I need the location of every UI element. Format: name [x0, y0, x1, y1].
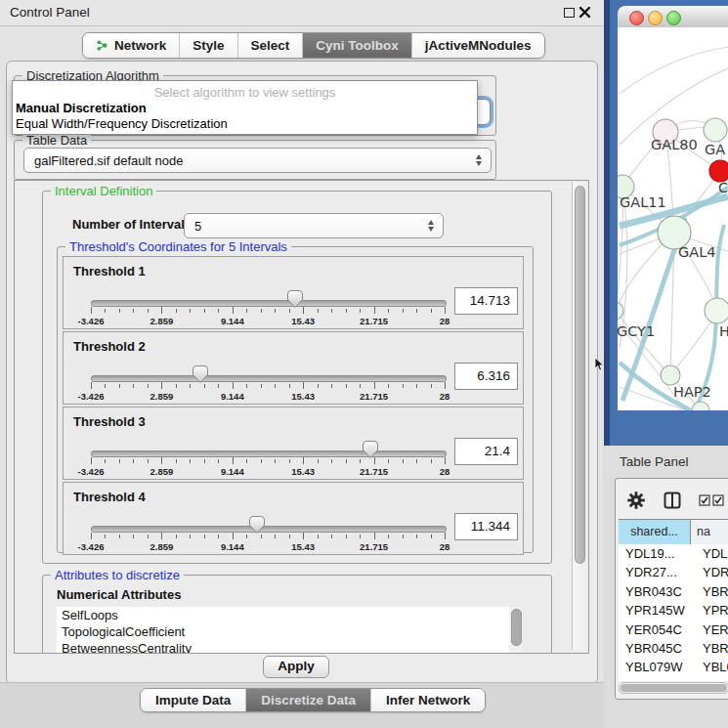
slider-thumb[interactable] — [248, 515, 266, 535]
cell-shared-name: YER054C — [619, 621, 697, 639]
threshold-value-field[interactable]: 14.713 — [454, 287, 518, 315]
table-panel-title: Table Panel — [620, 454, 689, 469]
number-of-intervals-value: 5 — [194, 219, 201, 234]
algorithm-option[interactable]: Manual Discretization — [13, 101, 477, 115]
tab-infer-network[interactable]: Infer Network — [370, 689, 485, 711]
threshold-value-field[interactable]: 6.316 — [454, 363, 518, 390]
threshold-value-field[interactable]: 11.344 — [454, 513, 518, 540]
tab-select[interactable]: Select — [237, 33, 303, 58]
float-window-icon[interactable] — [564, 8, 575, 18]
slider-tick — [105, 384, 106, 388]
tab-jactivemnodules[interactable]: jActiveMNodules — [411, 33, 544, 58]
slider-thumb[interactable] — [286, 289, 304, 309]
control-panel-titlebar: Control Panel — [0, 0, 604, 26]
network-window-titlebar — [618, 6, 728, 28]
network-node[interactable] — [709, 160, 728, 182]
slider-track[interactable] — [91, 375, 447, 382]
threshold-row-2: Threshold 2-3.4262.8599.14415.4321.71528… — [63, 331, 524, 405]
slider-tick — [431, 535, 432, 538]
tick-label: 28 — [422, 541, 467, 552]
close-icon[interactable] — [578, 6, 591, 19]
table-hscrollbar-thumb[interactable] — [621, 684, 727, 692]
table-row[interactable]: YDR27...YDR2 — [619, 563, 728, 581]
table-row[interactable]: YDL19...YDL1 — [619, 544, 728, 563]
combo-stepper-icon — [476, 154, 482, 166]
cell-name: YDR2 — [697, 563, 728, 581]
tick-label: 15.43 — [280, 316, 325, 326]
slider-thumb[interactable] — [362, 440, 379, 459]
slider-tick — [303, 382, 304, 389]
network-node[interactable] — [661, 365, 680, 385]
attributes-scrollbar[interactable] — [509, 607, 522, 654]
attribute-item[interactable]: BetweennessCentrality — [57, 640, 509, 654]
slider-tick — [346, 535, 347, 538]
table-row[interactable]: YBL079WYBL0 — [619, 658, 728, 676]
tick-label: 2.859 — [139, 541, 184, 552]
threshold-row-1: Threshold 1-3.4262.8599.14415.4321.71528… — [63, 256, 524, 329]
tab-discretize-data[interactable]: Discretize Data — [245, 689, 370, 711]
slider-tick — [176, 459, 177, 463]
network-node[interactable] — [618, 302, 623, 320]
slider-tick — [233, 533, 234, 539]
apply-button[interactable]: Apply — [263, 656, 329, 678]
slider-tick — [218, 384, 219, 388]
settings-scrollbar-thumb[interactable] — [575, 186, 585, 564]
checkbox-icon[interactable] — [712, 494, 724, 506]
threshold-label: Threshold 4 — [73, 490, 146, 504]
slider-tick — [105, 459, 106, 463]
algorithm-option[interactable]: Equal Width/Frequency Discretization — [13, 116, 477, 131]
settings-scrollbar[interactable] — [572, 182, 586, 650]
minimize-traffic-light[interactable] — [648, 11, 663, 25]
tab-impute-data[interactable]: Impute Data — [141, 689, 245, 711]
split-columns-icon[interactable] — [664, 492, 681, 509]
tab-cyni-toolbox[interactable]: Cyni Toolbox — [302, 33, 411, 58]
slider-track[interactable] — [91, 526, 447, 533]
table-row[interactable]: YPR145WYPR1 — [619, 601, 728, 620]
slider-tick — [218, 459, 219, 463]
mouse-cursor — [594, 358, 605, 372]
cell-shared-name: YBL079W — [619, 658, 697, 676]
network-node-label: GAL80 — [651, 137, 698, 152]
table-header-name[interactable]: na — [691, 520, 728, 544]
table-row[interactable]: YBR045CYBR0 — [619, 639, 728, 658]
table-hscrollbar[interactable] — [619, 682, 728, 694]
checkbox-icon[interactable] — [699, 494, 710, 506]
network-canvas[interactable]: GAL80GACGAL11GAL4GCY1HHAP2 — [618, 27, 728, 410]
zoom-traffic-light[interactable] — [666, 11, 681, 25]
table-row[interactable]: YLR345WYLR3 — [619, 677, 728, 681]
network-node[interactable] — [704, 118, 727, 142]
table-row[interactable]: YBR043CYBR0 — [619, 582, 728, 601]
slider-track[interactable] — [91, 450, 447, 457]
slider-tick — [331, 459, 332, 463]
slider-tick — [445, 307, 446, 314]
slider-tick — [91, 533, 92, 539]
table-data-combobox[interactable]: galFiltered.sif default node — [23, 148, 492, 173]
tab-style[interactable]: Style — [179, 33, 236, 58]
attribute-item[interactable]: TopologicalCoefficient — [57, 623, 509, 640]
slider-tick — [133, 459, 134, 463]
tick-label: 28 — [422, 316, 467, 326]
tab-network[interactable]: Network — [83, 33, 179, 58]
threshold-value-field[interactable]: 21.4 — [454, 438, 518, 465]
slider-tick — [218, 535, 219, 538]
cell-shared-name: YDR27... — [619, 563, 697, 581]
network-edge[interactable] — [620, 47, 728, 94]
slider-tick — [303, 457, 304, 464]
attribute-item[interactable]: SelfLoops — [57, 607, 509, 623]
network-node[interactable] — [705, 298, 728, 323]
slider-tick — [119, 309, 120, 313]
slider-track[interactable] — [91, 300, 447, 307]
gear-icon[interactable] — [626, 491, 646, 510]
table-header-shared[interactable]: shared... — [619, 520, 691, 544]
number-of-intervals-spinner[interactable]: 5 — [184, 213, 444, 238]
close-traffic-light[interactable] — [629, 11, 644, 25]
slider-tick — [233, 307, 234, 314]
tick-label: 21.715 — [352, 466, 397, 477]
slider-tick — [204, 535, 205, 538]
algorithm-prompt: Select algorithm to view settings — [13, 85, 477, 100]
slider-tick — [388, 309, 389, 313]
table-row[interactable]: YER054CYER0 — [619, 621, 728, 639]
slider-tick — [218, 309, 219, 313]
slider-thumb[interactable] — [192, 364, 209, 384]
tab-label: Network — [114, 38, 166, 53]
